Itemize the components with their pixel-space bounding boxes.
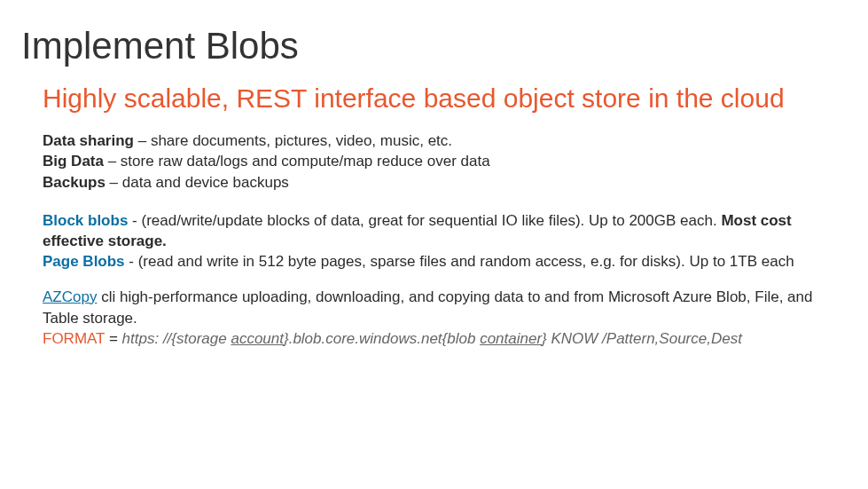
format-line: FORMAT = https: //{storage account}.blob… xyxy=(43,328,847,350)
format-url-suffix: } KNOW /Pattern,Source,Dest xyxy=(542,330,742,347)
azcopy-block: AZCopy cli high-performance uploading, d… xyxy=(43,287,847,350)
usecase-desc: – share documents, pictures, video, musi… xyxy=(134,132,452,149)
azcopy-desc: cli high-performance uploading, download… xyxy=(43,288,812,327)
blobtypes-block: Block blobs - (read/write/update blocks … xyxy=(43,211,847,272)
usecase-line: Data sharing – share documents, pictures… xyxy=(43,130,847,152)
usecase-desc: – store raw data/logs and compute/map re… xyxy=(104,153,490,170)
usecase-line: Backups – data and device backups xyxy=(43,172,847,193)
block-blobs-desc: - (read/write/update blocks of data, gre… xyxy=(128,212,721,229)
format-url-account: account xyxy=(231,330,284,347)
usecase-line: Big Data – store raw data/logs and compu… xyxy=(43,151,847,172)
azcopy-line: AZCopy cli high-performance uploading, d… xyxy=(43,287,847,329)
format-label: FORMAT xyxy=(43,330,105,347)
usecase-label: Backups xyxy=(43,174,106,191)
usecase-desc: – data and device backups xyxy=(106,174,289,191)
usecases-block: Data sharing – share documents, pictures… xyxy=(43,130,847,193)
page-blobs-line: Page Blobs - (read and write in 512 byte… xyxy=(43,252,847,272)
page-blobs-label: Page Blobs xyxy=(43,253,125,270)
page-blobs-desc: - (read and write in 512 byte pages, spa… xyxy=(125,253,794,270)
slide-subtitle: Highly scalable, REST interface based ob… xyxy=(43,83,847,114)
azcopy-link[interactable]: AZCopy xyxy=(43,288,97,305)
format-url-mid: }.blob.core.windows.net{blob xyxy=(284,330,480,347)
format-eq: = xyxy=(105,330,121,347)
format-url-container: container xyxy=(480,330,542,347)
format-url-prefix: https: //{storage xyxy=(122,330,231,347)
block-blobs-line: Block blobs - (read/write/update blocks … xyxy=(43,211,847,252)
usecase-label: Big Data xyxy=(43,153,104,170)
usecase-label: Data sharing xyxy=(43,132,134,149)
slide-title: Implement Blobs xyxy=(21,25,847,67)
block-blobs-label: Block blobs xyxy=(43,212,128,229)
